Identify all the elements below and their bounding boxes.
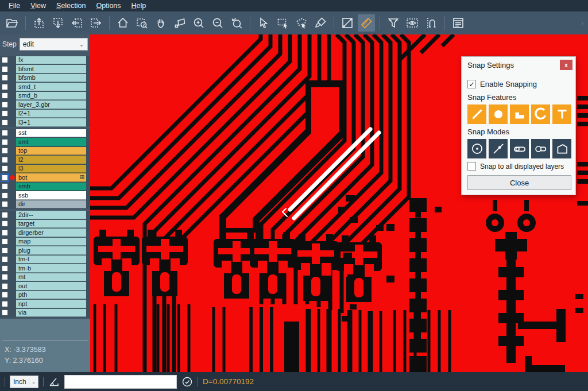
layer-name[interactable]: map — [16, 238, 86, 246]
report-button[interactable] — [450, 14, 467, 32]
layer-visibility-checkbox[interactable] — [2, 148, 8, 154]
layer-name[interactable]: pth — [16, 291, 86, 300]
select-pointer-button[interactable] — [255, 14, 272, 32]
layer-name[interactable]: out — [16, 282, 86, 291]
layer-row-2dir--[interactable]: 2dir-- — [0, 211, 90, 220]
layer-name[interactable]: bfsmb — [16, 74, 86, 83]
snap-all-layers-checkbox[interactable] — [467, 162, 476, 171]
layer-name[interactable]: plug — [16, 246, 86, 255]
pan-right-button[interactable] — [87, 14, 105, 32]
menu-view[interactable]: View — [25, 0, 51, 11]
pan-up-button[interactable] — [30, 14, 48, 32]
pan-hand-button[interactable] — [152, 14, 169, 32]
layer-row-npt[interactable]: npt — [0, 300, 90, 309]
layer-row-bot[interactable]: bot⊞ — [0, 173, 90, 183]
layer-name[interactable]: l2+1 — [16, 110, 86, 118]
layer-row-l3+1[interactable]: l3+1 — [0, 118, 90, 127]
select-polygon-button[interactable] — [293, 14, 310, 32]
layer-visibility-checkbox[interactable] — [2, 119, 8, 126]
open-file-button[interactable] — [3, 14, 21, 32]
enable-snapping-checkbox[interactable]: ✓ — [467, 80, 476, 88]
layer-visibility-checkbox[interactable] — [2, 212, 8, 218]
menu-selection[interactable]: Selection — [51, 0, 91, 11]
layer-row-bfsmb[interactable]: bfsmb — [0, 73, 90, 83]
layer-row-via[interactable]: via — [0, 308, 90, 318]
pan-down-button[interactable] — [49, 14, 67, 32]
layer-name[interactable]: l3 — [16, 165, 86, 173]
layer-visibility-checkbox[interactable] — [2, 183, 8, 189]
layer-name[interactable]: smt — [16, 138, 86, 146]
layer-visibility-checkbox[interactable] — [2, 92, 8, 99]
layer-visibility-checkbox[interactable] — [2, 283, 8, 289]
layer-name[interactable]: via — [16, 309, 86, 318]
layer-visibility-checkbox[interactable] — [2, 309, 8, 316]
layer-name[interactable]: npt — [16, 300, 86, 308]
layer-name[interactable]: ssb — [16, 191, 86, 200]
menu-options[interactable]: Options — [91, 0, 126, 11]
layer-name[interactable]: smd_b — [16, 92, 86, 100]
layer-name[interactable]: bfsmt — [16, 65, 86, 73]
zoom-out-button[interactable] — [209, 14, 226, 32]
layer-row-dirgerber[interactable]: dirgerber — [0, 229, 90, 238]
layer-visibility-checkbox[interactable] — [2, 110, 8, 117]
layer-name[interactable]: dir — [16, 200, 86, 209]
layer-row-mt[interactable]: mt — [0, 273, 90, 282]
layer-visibility-checkbox[interactable] — [2, 57, 8, 63]
layer-name[interactable]: mt — [16, 273, 86, 282]
layer-name[interactable]: layer_3.gbr — [16, 100, 86, 109]
layer-visibility-checkbox[interactable] — [2, 192, 8, 199]
layer-row-pth[interactable]: pth — [0, 291, 90, 300]
menu-help[interactable]: Help — [126, 0, 152, 11]
layer-row-tm-b[interactable]: tm-b — [0, 264, 90, 273]
unit-select[interactable]: Inch ⌄ — [10, 375, 38, 388]
layer-visibility-checkbox[interactable] — [2, 175, 8, 181]
view-options-button[interactable] — [404, 14, 421, 32]
layer-row-map[interactable]: map — [0, 237, 90, 246]
select-rectangle-button[interactable] — [274, 14, 291, 32]
layer-name[interactable]: fx — [16, 56, 86, 65]
layer-row-plug[interactable]: plug — [0, 246, 90, 255]
layer-visibility-checkbox[interactable] — [2, 230, 8, 236]
snap-corner-button[interactable] — [510, 104, 529, 124]
pan-left-button[interactable] — [68, 14, 86, 32]
layer-name[interactable]: tm-t — [16, 255, 86, 264]
layer-visibility-checkbox[interactable] — [2, 238, 8, 245]
snap-pad-center-button[interactable] — [489, 104, 508, 124]
menu-file[interactable]: File — [3, 0, 25, 11]
angle-measure-icon[interactable] — [48, 376, 60, 388]
layer-name[interactable]: 2dir-- — [16, 211, 86, 219]
layer-visibility-checkbox[interactable] — [2, 139, 8, 145]
enable-snapping-row[interactable]: ✓ Enable Snapping — [467, 80, 571, 88]
layer-name[interactable]: target — [16, 220, 86, 229]
layer-visibility-checkbox[interactable] — [2, 301, 8, 307]
measure-line-button[interactable] — [339, 14, 356, 32]
layer-visibility-checkbox[interactable] — [2, 165, 8, 172]
layer-row-sst[interactable]: sst — [0, 129, 90, 138]
layer-row-l3[interactable]: l3 — [0, 164, 90, 173]
snap-line-button[interactable] — [467, 104, 486, 124]
dialog-title-bar[interactable]: Snap Settings x — [462, 57, 575, 73]
layer-visibility-checkbox[interactable] — [2, 130, 8, 136]
layer-visibility-checkbox[interactable] — [2, 265, 8, 272]
layer-visibility-checkbox[interactable] — [2, 247, 8, 254]
layer-row-smb[interactable]: smb — [0, 182, 90, 191]
layer-row-bfsmt[interactable]: bfsmt — [0, 65, 90, 74]
layer-name[interactable]: bot⊞ — [16, 173, 86, 182]
paint-brush-button[interactable] — [312, 14, 329, 32]
layer-visibility-checkbox[interactable] — [2, 292, 8, 298]
close-icon[interactable]: x — [560, 60, 572, 70]
snap-surface-button[interactable] — [552, 139, 571, 158]
snap-settings-button[interactable] — [423, 14, 440, 32]
filter-button[interactable] — [385, 14, 402, 32]
snap-point-on-line-button[interactable] — [489, 139, 508, 158]
layer-row-l2[interactable]: l2 — [0, 156, 90, 165]
layer-row-tm-t[interactable]: tm-t — [0, 255, 90, 264]
layer-row-smd_b[interactable]: smd_b — [0, 91, 90, 100]
apply-check-icon[interactable] — [181, 376, 193, 388]
layer-visibility-checkbox[interactable] — [2, 201, 8, 207]
snap-text-button[interactable] — [552, 104, 571, 124]
layer-name[interactable]: smd_t — [16, 83, 86, 91]
zoom-in-button[interactable] — [190, 14, 207, 32]
close-button[interactable]: Close — [467, 175, 571, 190]
layer-visibility-checkbox[interactable] — [2, 75, 8, 81]
